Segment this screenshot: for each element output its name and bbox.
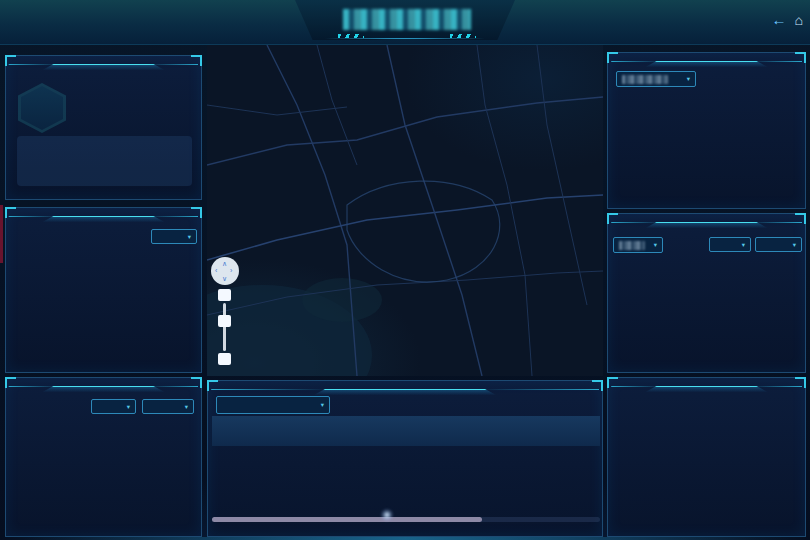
pollutant-selector[interactable]: ▾ <box>151 229 197 244</box>
metrics-grid <box>17 136 192 186</box>
map-pan-control[interactable]: ∧ ∨ ‹ › <box>211 257 239 285</box>
water-station-panel: ▾ <box>607 52 806 209</box>
map-container[interactable]: ∧ ∨ ‹ › <box>207 45 603 376</box>
report-table-header <box>212 416 600 446</box>
pan-left-icon[interactable]: ‹ <box>215 267 217 274</box>
panel-title <box>43 216 165 222</box>
station-selector-redacted[interactable]: ▾ <box>613 237 663 253</box>
panel-title <box>646 61 768 67</box>
report-type-selector[interactable]: ▾ <box>216 396 330 414</box>
zoom-slider-handle[interactable] <box>218 315 231 327</box>
pan-down-icon[interactable]: ∨ <box>222 275 227 282</box>
panel-title <box>646 386 768 392</box>
chevron-down-icon: ▾ <box>793 241 796 249</box>
app-title-redacted <box>343 9 471 30</box>
zoom-out-button[interactable] <box>218 353 231 365</box>
zoom-slider-track[interactable] <box>223 303 226 351</box>
contribution-panel: ▾ <box>5 207 202 373</box>
year-selector[interactable]: ▾ <box>755 237 802 252</box>
air-quality-calendar-panel: ▾ ▾ <box>5 377 202 537</box>
year-selector[interactable]: ▾ <box>142 399 194 414</box>
header-glow-line <box>300 38 510 40</box>
chevron-down-icon: ▾ <box>321 401 324 409</box>
panel-title <box>43 386 165 392</box>
pan-right-icon[interactable]: › <box>230 267 232 274</box>
chevron-down-icon: ▾ <box>188 233 191 241</box>
chevron-down-icon: ▾ <box>127 403 130 411</box>
top-header: ← ⌂ <box>0 0 810 45</box>
park-realtime-panel <box>5 55 202 200</box>
header-deco-slashes <box>450 34 476 38</box>
dashboard: ← ⌂ ▾ ▾ ▾ <box>0 0 810 540</box>
horizontal-scrollbar[interactable] <box>212 517 600 522</box>
chevron-down-icon: ▾ <box>654 241 657 249</box>
station-selector-redacted[interactable]: ▾ <box>616 71 696 87</box>
scrollbar-thumb[interactable] <box>212 517 482 522</box>
month-selector[interactable]: ▾ <box>91 399 136 414</box>
month-selector[interactable]: ▾ <box>709 237 751 252</box>
station-report-panel: ▾ <box>207 380 603 537</box>
panel-title <box>43 64 165 70</box>
chevron-down-icon: ▾ <box>742 241 745 249</box>
panel-title <box>646 222 768 228</box>
edge-deco-strip <box>0 205 3 263</box>
back-icon[interactable]: ← <box>772 11 787 28</box>
water-calendar-panel: ▾ ▾ ▾ <box>607 213 806 373</box>
header-deco-slashes <box>338 34 364 38</box>
map-roads <box>207 45 603 376</box>
zoom-in-button[interactable] <box>218 289 231 301</box>
pan-up-icon[interactable]: ∧ <box>222 260 227 267</box>
home-icon[interactable]: ⌂ <box>795 12 803 28</box>
chevron-down-icon: ▾ <box>185 403 188 411</box>
report-table-rows <box>212 439 600 511</box>
pollution-sources-panel <box>607 377 806 537</box>
chevron-down-icon: ▾ <box>687 75 690 83</box>
panel-title <box>314 389 496 395</box>
